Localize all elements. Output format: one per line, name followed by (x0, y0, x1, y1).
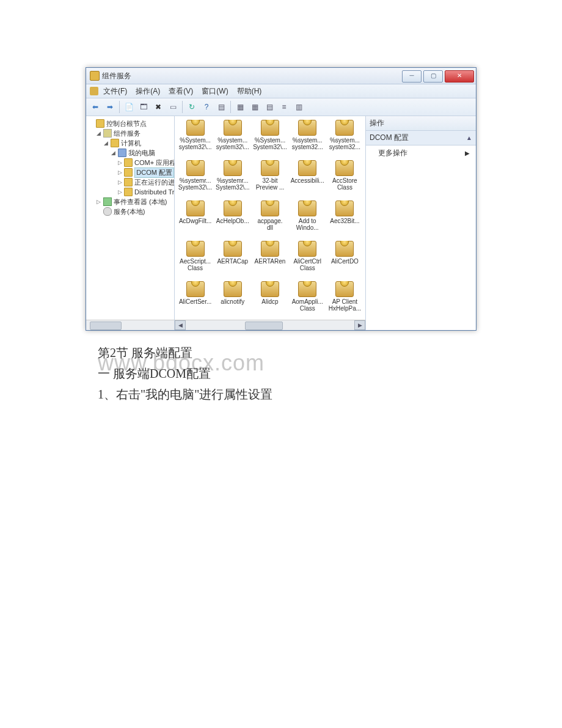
menu-action[interactable]: 操作(A) (132, 85, 164, 98)
menu-help[interactable]: 帮助(H) (233, 85, 266, 98)
dcom-app-item[interactable]: AcDwgFilt... (177, 200, 213, 240)
menu-icon (90, 87, 98, 95)
dcom-app-item[interactable]: %systemr...System32\... (214, 160, 250, 199)
package-icon (224, 200, 242, 216)
tree-pane[interactable]: 控制台根节点 ◢组件服务◢计算机◢我的电脑▷COM+ 应用程序▷DCOM 配置▷… (86, 116, 175, 330)
icon-pane[interactable]: %System...system32\...%system...system32… (175, 116, 366, 330)
help-button[interactable]: ? (200, 100, 213, 114)
dcom-app-item[interactable]: AcHelpOb... (214, 200, 250, 240)
dcom-app-item[interactable]: AERTACap (214, 241, 250, 280)
pc-icon (118, 149, 126, 157)
folder-icon (124, 188, 133, 196)
dcom-app-item[interactable]: Add toWindo... (290, 200, 326, 240)
dcom-app-item[interactable]: Alidcp (252, 281, 288, 320)
package-icon (335, 120, 354, 136)
view-button-5[interactable]: ▥ (292, 100, 305, 114)
tree-item[interactable]: 服务(本地) (89, 207, 174, 216)
dcom-app-item[interactable]: AliCertDO (327, 241, 363, 280)
package-icon (335, 200, 354, 216)
forward-button[interactable]: ➡ (103, 100, 117, 114)
dcom-app-item[interactable]: %systemr...System32\... (177, 160, 213, 199)
window-title: 组件服务 (102, 71, 131, 81)
tree-item[interactable]: ▷COM+ 应用程序 (89, 158, 174, 167)
tree-item[interactable]: ◢计算机 (89, 138, 174, 148)
doc-line-3: 1、右击"我的电脑"进行属性设置 (98, 384, 464, 404)
menu-file[interactable]: 文件(F) (100, 85, 131, 98)
properties-button[interactable]: ▭ (166, 100, 180, 114)
package-icon (186, 200, 205, 216)
export-button[interactable]: ▤ (214, 100, 228, 114)
package-icon (298, 200, 316, 216)
package-icon (186, 160, 205, 176)
tree-item[interactable]: ◢组件服务 (89, 128, 174, 138)
component-services-window: 组件服务 ─ ▢ ✕ 文件(F) 操作(A) 查看(V) 窗口(W) 帮助(H)… (86, 67, 476, 331)
package-icon (186, 241, 205, 257)
package-icon (261, 120, 279, 136)
maximize-button[interactable]: ▢ (423, 70, 443, 83)
dcom-app-item[interactable]: %system...system32... (327, 120, 363, 159)
window-icon (90, 71, 100, 81)
show-hide-button[interactable]: 🗔 (137, 100, 150, 114)
menu-view[interactable]: 查看(V) (165, 85, 197, 98)
arrow-right-icon: ▶ (465, 150, 470, 156)
tree-item[interactable]: ◢我的电脑 (89, 148, 174, 158)
titlebar[interactable]: 组件服务 ─ ▢ ✕ (86, 68, 476, 84)
dcom-app-item[interactable]: AomAppli...Class (290, 281, 326, 320)
dcom-app-item[interactable]: Aec32Bit... (327, 200, 363, 240)
dcom-app-item[interactable]: %system...system32... (290, 120, 326, 159)
folder-icon (124, 178, 133, 186)
package-icon (186, 120, 205, 136)
view-button-1[interactable]: ▦ (233, 100, 247, 114)
menu-window[interactable]: 窗口(W) (198, 85, 232, 98)
dcom-app-item[interactable]: AliCertCtrlClass (290, 241, 326, 280)
dcom-app-item[interactable]: %System...system32\... (177, 120, 213, 159)
view-button-3[interactable]: ▤ (263, 100, 276, 114)
tree-item[interactable]: ▷事件查看器 (本地) (89, 197, 174, 207)
dcom-app-item[interactable]: AecScript...Class (177, 241, 213, 280)
dcom-app-item[interactable]: alicnotify (214, 281, 250, 320)
package-icon (224, 241, 242, 257)
back-button[interactable]: ⬅ (89, 100, 102, 114)
package-icon (335, 281, 354, 297)
icon-scrollbar[interactable]: ◀ ▶ (175, 320, 365, 330)
actions-section[interactable]: DCOM 配置 ▲ (366, 131, 476, 145)
more-actions-item[interactable]: 更多操作 ▶ (366, 145, 476, 161)
collapse-icon[interactable]: ▲ (466, 134, 472, 141)
package-icon (224, 120, 242, 136)
doc-line-2: 一 服务端DCOM配置 (98, 364, 464, 383)
tree-scrollbar[interactable] (86, 320, 174, 330)
package-icon (224, 160, 242, 176)
dcom-app-item[interactable]: AERTARen (252, 241, 288, 280)
package-icon (224, 281, 242, 297)
folder-icon (124, 168, 133, 177)
up-button[interactable]: 📄 (122, 100, 136, 114)
package-icon (186, 281, 205, 297)
toolbar: ⬅ ➡ 📄 🗔 ✖ ▭ ↻ ? ▤ ▦ ▦ ▤ ≡ ▥ (86, 98, 476, 116)
tree-item[interactable]: ▷DCOM 配置 (89, 167, 174, 177)
dcom-app-item[interactable]: %system...system32\... (214, 120, 250, 159)
folder-icon (111, 139, 119, 147)
dcom-app-item[interactable]: AccStoreClass (327, 160, 363, 199)
minimize-button[interactable]: ─ (402, 70, 422, 83)
scroll-left-button[interactable]: ◀ (175, 320, 186, 330)
tree-root[interactable]: 控制台根节点 (106, 119, 147, 128)
document-text: www.bdocx.com 第2节 服务端配置 一 服务端DCOM配置 1、右击… (98, 343, 464, 404)
view-button-2[interactable]: ▦ (248, 100, 261, 114)
package-icon (298, 160, 316, 176)
dcom-app-item[interactable]: Accessibili... (290, 160, 326, 199)
view-button-4[interactable]: ≡ (277, 100, 291, 114)
delete-button[interactable]: ✖ (151, 100, 165, 114)
package-icon (335, 241, 354, 257)
doc-line-1: 第2节 服务端配置 (98, 343, 464, 362)
refresh-button[interactable]: ↻ (185, 100, 199, 114)
dcom-app-item[interactable]: 32-bitPreview ... (252, 160, 288, 199)
dcom-app-item[interactable]: %System...System32\... (252, 120, 288, 159)
scroll-right-button[interactable]: ▶ (354, 320, 365, 330)
dcom-app-item[interactable]: acppage.dll (252, 200, 288, 240)
close-button[interactable]: ✕ (445, 70, 474, 83)
dcom-app-item[interactable]: AliCertSer... (177, 281, 213, 320)
tree-item[interactable]: ▷Distributed Tran (89, 187, 174, 197)
dcom-app-item[interactable]: AP ClientHxHelpPa... (327, 281, 363, 320)
tree-item[interactable]: ▷正在运行的进程 (89, 177, 174, 187)
actions-pane: 操作 DCOM 配置 ▲ 更多操作 ▶ (366, 116, 476, 330)
